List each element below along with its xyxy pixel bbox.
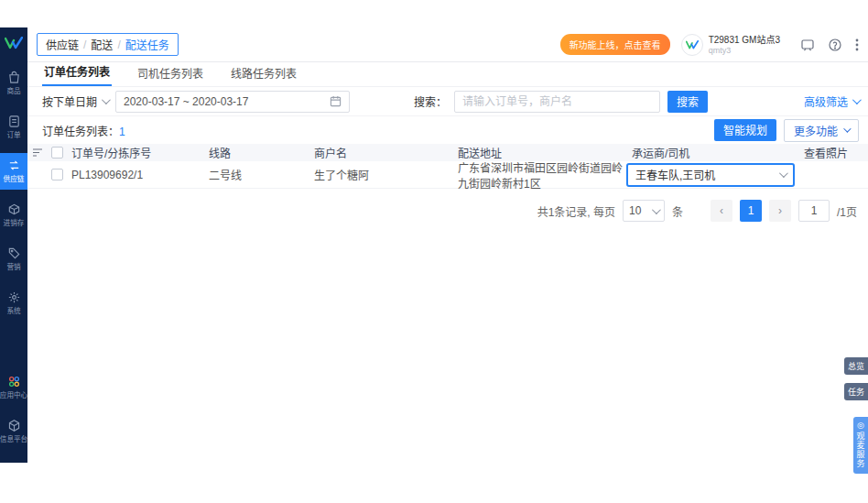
sidebar-item-label: 营销 [6, 263, 20, 271]
list-count-number: 1 [119, 126, 125, 138]
headset-icon: ◎ [857, 421, 864, 430]
filter-row: 按下单日期 2020-03-17 ~ 2020-03-17 搜索： 搜索 高级筛… [27, 87, 868, 116]
apps-icon [7, 375, 21, 388]
service-tag-label: 观麦服务 [855, 432, 867, 468]
header-route: 线路 [209, 145, 314, 160]
breadcrumb-supply-chain[interactable]: 供应链 [46, 37, 79, 52]
checkbox-icon [51, 147, 63, 159]
advanced-filter-toggle[interactable]: 高级筛选 [804, 93, 859, 109]
page-jump-input[interactable]: 1 [798, 200, 830, 222]
advanced-filter-label: 高级筛选 [804, 93, 848, 109]
sidebar-item-message-platform[interactable]: 信息平台 [0, 413, 27, 450]
pagination-unit: 条 [672, 203, 683, 219]
cell-order-no: PL13909692/1 [71, 169, 209, 181]
sidebar-item-app-center[interactable]: 应用中心 [0, 369, 27, 406]
sidebar-item-label: 进销存 [4, 219, 25, 227]
sidebar-item-label: 订单 [6, 131, 20, 139]
search-input[interactable] [454, 91, 660, 113]
new-feature-badge[interactable]: 新功能上线，点击查看 [560, 34, 670, 55]
more-functions-button[interactable]: 更多功能 [784, 119, 859, 142]
cell-route: 二号线 [209, 167, 314, 182]
sidebar-item-inventory[interactable]: 进销存 [0, 197, 27, 234]
document-icon [7, 115, 21, 128]
message-icon[interactable] [800, 38, 815, 52]
user-name: T29831 GM站点3 [709, 35, 780, 46]
page-size-value: 10 [629, 204, 641, 217]
breadcrumb: 供应链 / 配送 / 配送任务 [37, 33, 179, 56]
top-bar-right: 新功能上线，点击查看 T29831 GM站点3 qmty3 [560, 34, 859, 56]
top-bar: 供应链 / 配送 / 配送任务 新功能上线，点击查看 T29831 G [27, 27, 868, 62]
user-subname: qmty3 [709, 46, 780, 55]
table-row: PL13909692/1 二号线 生了个糖阿 广东省深圳市福田区园岭街道园岭九街… [27, 161, 868, 189]
box-icon [7, 202, 21, 216]
floating-tag-overview[interactable]: 总览 [844, 357, 868, 375]
search-label: 搜索： [414, 93, 447, 109]
current-page-button[interactable]: 1 [740, 200, 762, 222]
date-range-value: 2020-03-17 ~ 2020-03-17 [124, 95, 248, 108]
sidebar: 商品 订单 供应链 进销存 营销 [0, 27, 27, 463]
breadcrumb-delivery-task[interactable]: 配送任务 [125, 37, 169, 52]
carrier-driver-select[interactable]: 王春车队,王司机 [626, 163, 795, 187]
bag-icon [7, 71, 21, 84]
tab-route-task-list[interactable]: 线路任务列表 [229, 61, 298, 86]
breadcrumb-delivery[interactable]: 配送 [91, 37, 113, 52]
gear-icon [7, 290, 21, 304]
sidebar-item-goods[interactable]: 商品 [0, 65, 27, 102]
sidebar-item-orders[interactable]: 订单 [0, 109, 27, 146]
checkbox-icon [51, 169, 63, 180]
row-checkbox[interactable] [48, 169, 71, 180]
sidebar-item-label: 应用中心 [0, 391, 27, 399]
smart-plan-button[interactable]: 智能规划 [714, 119, 776, 141]
carrier-driver-value: 王春车队,王司机 [635, 167, 715, 182]
prev-page-button[interactable]: ‹ [711, 200, 732, 222]
sidebar-item-marketing[interactable]: 营销 [0, 241, 27, 278]
top-icons [800, 38, 859, 52]
tag-icon [7, 246, 21, 260]
floating-tag-task[interactable]: 任务 [844, 383, 868, 400]
header-merchant: 商户名 [314, 145, 458, 160]
sidebar-item-label: 供应链 [4, 175, 25, 183]
chevron-down-icon [779, 169, 788, 178]
floating-tag-service[interactable]: ◎ 观麦服务 [853, 417, 868, 474]
date-type-label: 按下单日期 [42, 93, 97, 109]
select-all-checkbox[interactable] [48, 147, 71, 159]
date-type-dropdown[interactable]: 按下单日期 [42, 93, 108, 109]
sidebar-item-system[interactable]: 系统 [0, 285, 27, 322]
more-menu-icon[interactable] [855, 38, 859, 52]
sidebar-item-label: 信息平台 [0, 435, 27, 443]
header-address: 配送地址 [458, 145, 632, 160]
toolbar-buttons: 智能规划 更多功能 [714, 119, 859, 142]
cell-merchant: 生了个糖阿 [314, 167, 458, 182]
chevron-down-icon [652, 205, 661, 214]
pagination-total: 共1条记录, 每页 [537, 203, 615, 219]
chevron-down-icon [852, 95, 862, 104]
more-functions-label: 更多功能 [794, 123, 838, 138]
sidebar-item-label: 商品 [6, 87, 20, 95]
pagination-total-pages: /1页 [837, 203, 857, 219]
pagination: 共1条记录, 每页 10 条 ‹ 1 › 1 /1页 [27, 189, 868, 222]
sidebar-item-label: 系统 [6, 307, 20, 315]
tab-order-task-list[interactable]: 订单任务列表 [42, 60, 112, 86]
chevron-down-icon [843, 125, 851, 132]
breadcrumb-separator: / [117, 38, 120, 51]
header-order-no: 订单号/分拣序号 [71, 145, 209, 160]
help-icon[interactable] [828, 38, 842, 52]
table-header: 订单号/分拣序号 线路 商户名 配送地址 承运商/司机 查看照片 [27, 144, 868, 161]
page-size-select[interactable]: 10 [623, 200, 665, 222]
header-view-photo: 查看照片 [804, 145, 868, 160]
breadcrumb-separator: / [83, 38, 86, 51]
next-page-button[interactable]: › [769, 200, 791, 222]
date-range-picker[interactable]: 2020-03-17 ~ 2020-03-17 [115, 91, 350, 113]
sort-columns-icon[interactable] [27, 148, 48, 158]
avatar [681, 34, 703, 56]
main-area: 供应链 / 配送 / 配送任务 新功能上线，点击查看 T29831 G [27, 27, 868, 463]
tab-driver-task-list[interactable]: 司机任务列表 [136, 61, 205, 86]
sidebar-item-supply-chain[interactable]: 供应链 [0, 153, 27, 190]
brand-logo-icon [5, 37, 23, 52]
list-toolbar: 订单任务列表：1 智能规划 更多功能 [27, 116, 868, 144]
cell-address: 广东省深圳市福田区园岭街道园岭九街园岭新村1区 [458, 159, 632, 191]
search-button[interactable]: 搜索 [667, 91, 708, 113]
user-block[interactable]: T29831 GM站点3 qmty3 [681, 34, 780, 56]
calendar-icon [330, 95, 342, 107]
chevron-down-icon [102, 95, 111, 104]
